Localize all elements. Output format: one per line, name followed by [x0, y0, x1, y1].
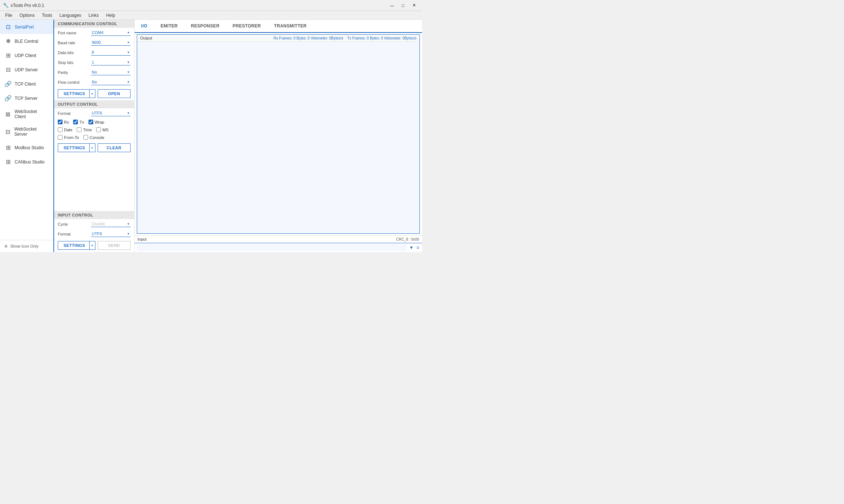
- sidebar-item-tcp-server[interactable]: 🔗TCP Server: [0, 91, 53, 105]
- date-checkbox[interactable]: [58, 127, 63, 132]
- flow-control-select[interactable]: NoRTS/CTSXON/XOFF: [91, 79, 131, 85]
- tab-prestorer[interactable]: PRESTORER: [226, 20, 267, 32]
- tx-bytes-label: Bytes:: [370, 36, 381, 40]
- sidebar-item-serial-port[interactable]: ⊡SerialPort: [0, 20, 53, 34]
- from-to-checkbox-item[interactable]: From-To: [58, 135, 79, 140]
- tx-checkbox-item[interactable]: Tx: [73, 120, 84, 124]
- tx-frames-label: Frames:: [352, 36, 366, 40]
- input-format-select[interactable]: UTF8HEXASCII: [91, 231, 131, 237]
- output-body: [137, 42, 419, 233]
- input-control-header: INPUT CONTROL: [54, 211, 134, 219]
- sidebar-show-icon-only[interactable]: ≡Show Icon Only: [0, 240, 53, 252]
- ms-checkbox-item[interactable]: MS: [96, 127, 109, 132]
- date-checkbox-item[interactable]: Date: [58, 127, 72, 132]
- comm-settings-button[interactable]: SETTINGS ▼: [58, 89, 95, 98]
- sidebar-label-udp-client: UDP Client: [15, 53, 36, 58]
- console-checkbox[interactable]: [83, 135, 88, 140]
- output-format-select[interactable]: UTF8HEXASCII: [91, 110, 131, 116]
- rx-bytes-value: 0: [308, 36, 310, 40]
- tab-emiter[interactable]: EMITER: [154, 20, 184, 32]
- comm-open-button[interactable]: OPEN: [98, 89, 131, 98]
- baud-rate-select[interactable]: 96001920038400115200: [91, 40, 131, 46]
- data-bits-select[interactable]: 8567: [91, 49, 131, 56]
- menu-item-file[interactable]: File: [1, 11, 16, 19]
- menu-item-languages[interactable]: Languages: [56, 11, 85, 19]
- flow-control-select-wrapper[interactable]: NoRTS/CTSXON/XOFF: [91, 79, 131, 85]
- baud-rate-select-wrapper[interactable]: 96001920038400115200: [91, 40, 131, 46]
- input-format-select-wrapper[interactable]: UTF8HEXASCII: [91, 231, 131, 237]
- port-name-select-wrapper[interactable]: COM4COM1COM2COM3: [91, 30, 131, 36]
- time-checkbox[interactable]: [77, 127, 82, 132]
- input-settings-button[interactable]: SETTINGS ▼: [58, 241, 95, 250]
- left-panel: COMMUNICATION CONTROL Port name COM4COM1…: [54, 20, 135, 252]
- stop-bits-select-wrapper[interactable]: 11.52: [91, 59, 131, 65]
- cycle-select-wrapper[interactable]: DisableEnable: [91, 221, 131, 227]
- rx-velometer-label: Velometer:: [311, 36, 329, 40]
- tabs: I/OEMITERRESPONSERPRESTORERTRANSMITTER: [135, 20, 422, 33]
- parity-select[interactable]: NoEvenOdd: [91, 69, 131, 75]
- menubar: FileOptionsToolsLanguagesLinksHelp: [0, 11, 422, 20]
- rx-checkbox-item[interactable]: Rx: [58, 120, 69, 124]
- sidebar: ⊡SerialPort❋BLE Central⊞UDP Client⊟UDP S…: [0, 20, 54, 252]
- port-name-select[interactable]: COM4COM1COM2COM3: [91, 30, 131, 36]
- tab-responser[interactable]: RESPONSER: [184, 20, 226, 32]
- sidebar-item-modbus-studio[interactable]: ⊞Modbus Studio: [0, 140, 53, 155]
- sidebar-item-tcp-client[interactable]: 🔗TCP Client: [0, 77, 53, 91]
- data-bits-select-wrapper[interactable]: 8567: [91, 49, 131, 56]
- sidebar-label-udp-server: UDP Server: [15, 67, 38, 72]
- modbus-studio-icon: ⊞: [4, 144, 12, 151]
- parity-select-wrapper[interactable]: NoEvenOdd: [91, 69, 131, 75]
- input-text-field[interactable]: [137, 244, 407, 251]
- cycle-label: Cycle: [58, 222, 89, 226]
- rx-checkbox[interactable]: [58, 120, 63, 124]
- input-menu-button[interactable]: ≡: [416, 244, 420, 251]
- output-format-select-wrapper[interactable]: UTF8HEXASCII: [91, 110, 131, 116]
- output-label: Output: [140, 36, 152, 40]
- output-checkbox-row2: Date Time MS: [54, 126, 134, 133]
- stop-bits-select[interactable]: 11.52: [91, 59, 131, 65]
- sidebar-item-websocket-client[interactable]: ⊠WebSocket Client: [0, 105, 53, 123]
- maximize-button[interactable]: □: [398, 2, 408, 9]
- time-checkbox-item[interactable]: Time: [77, 127, 92, 132]
- menu-item-tools[interactable]: Tools: [38, 11, 56, 19]
- output-section: Output Rx Frames: 0 Bytes: 0 Velometer: …: [137, 34, 420, 234]
- sidebar-item-canbus-studio[interactable]: ⊞CANbus Studio: [0, 155, 53, 169]
- wrap-checkbox[interactable]: [88, 120, 93, 124]
- output-clear-button[interactable]: CLEAR: [98, 143, 131, 152]
- console-checkbox-item[interactable]: Console: [83, 135, 104, 140]
- minimize-button[interactable]: —: [387, 2, 397, 9]
- input-dropdown-button[interactable]: ▼: [408, 244, 414, 251]
- sidebar-item-udp-server[interactable]: ⊟UDP Server: [0, 63, 53, 77]
- input-crc: CRC_8 : 0x00: [396, 237, 419, 241]
- flow-control-label: Flow control: [58, 80, 89, 84]
- input-label: Input: [137, 237, 146, 241]
- tx-checkbox[interactable]: [73, 120, 78, 124]
- tab-io[interactable]: I/O: [135, 20, 154, 33]
- input-send-button[interactable]: SEND: [98, 241, 131, 250]
- tx-stat-label: Tx: [347, 36, 351, 40]
- menu-item-links[interactable]: Links: [85, 11, 102, 19]
- wrap-checkbox-item[interactable]: Wrap: [88, 120, 104, 124]
- baud-rate-label: Baud rate: [58, 41, 89, 45]
- rx-frames-label: Frames:: [279, 36, 293, 40]
- close-button[interactable]: ✕: [409, 2, 419, 9]
- rx-stat-label: Rx: [274, 36, 278, 40]
- cycle-row: Cycle DisableEnable: [54, 219, 134, 229]
- menu-item-options[interactable]: Options: [16, 11, 38, 19]
- canbus-studio-icon: ⊞: [4, 158, 12, 165]
- data-bits-row: Data bits 8567: [54, 48, 134, 57]
- output-checkbox-row1: Rx Tx Wrap: [54, 118, 134, 126]
- sidebar-label-modbus-studio: Modbus Studio: [15, 145, 44, 150]
- cycle-select[interactable]: DisableEnable: [91, 221, 131, 227]
- menu-item-help[interactable]: Help: [102, 11, 119, 19]
- from-to-checkbox[interactable]: [58, 135, 63, 140]
- input-format-row: Format UTF8HEXASCII: [54, 229, 134, 239]
- app-icon: 🔧: [3, 3, 9, 8]
- sidebar-item-websocket-server[interactable]: ⊟WebSocket Server: [0, 123, 53, 140]
- output-settings-button[interactable]: SETTINGS ▼: [58, 143, 95, 152]
- tab-transmitter[interactable]: TRANSMITTER: [267, 20, 313, 32]
- tcp-client-icon: 🔗: [4, 80, 12, 87]
- sidebar-item-udp-client[interactable]: ⊞UDP Client: [0, 48, 53, 63]
- ms-checkbox[interactable]: [96, 127, 101, 132]
- sidebar-item-ble-central[interactable]: ❋BLE Central: [0, 34, 53, 48]
